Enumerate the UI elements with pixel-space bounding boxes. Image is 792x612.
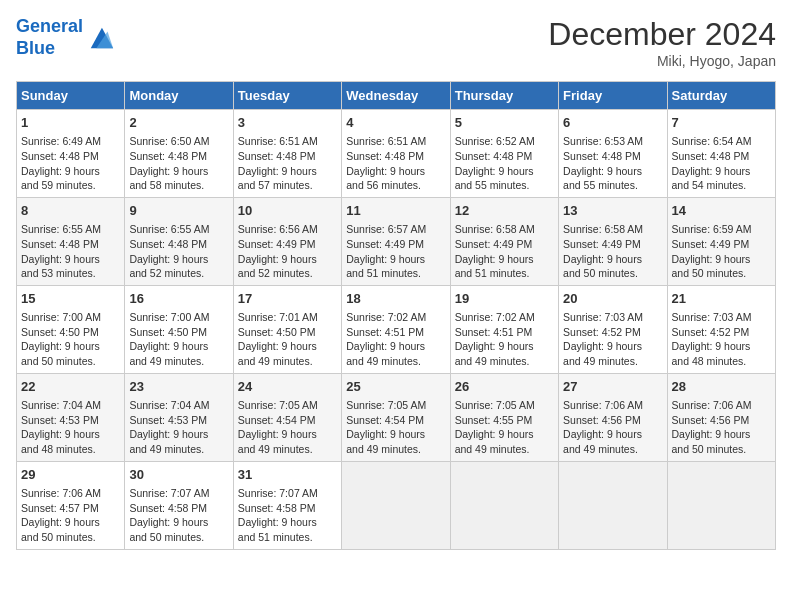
day-number: 29 bbox=[21, 466, 120, 484]
calendar-week-row: 22Sunrise: 7:04 AMSunset: 4:53 PMDayligh… bbox=[17, 373, 776, 461]
day-info-line: and 49 minutes. bbox=[238, 354, 337, 369]
day-info-line: Sunrise: 6:55 AM bbox=[21, 222, 120, 237]
calendar-cell: 7Sunrise: 6:54 AMSunset: 4:48 PMDaylight… bbox=[667, 110, 775, 198]
calendar-cell bbox=[450, 461, 558, 549]
day-info-line: Sunrise: 7:07 AM bbox=[129, 486, 228, 501]
location-subtitle: Miki, Hyogo, Japan bbox=[548, 53, 776, 69]
calendar-cell: 22Sunrise: 7:04 AMSunset: 4:53 PMDayligh… bbox=[17, 373, 125, 461]
calendar-cell: 30Sunrise: 7:07 AMSunset: 4:58 PMDayligh… bbox=[125, 461, 233, 549]
calendar-cell: 1Sunrise: 6:49 AMSunset: 4:48 PMDaylight… bbox=[17, 110, 125, 198]
day-number: 14 bbox=[672, 202, 771, 220]
logo-text: GeneralBlue bbox=[16, 16, 83, 59]
calendar-cell: 18Sunrise: 7:02 AMSunset: 4:51 PMDayligh… bbox=[342, 285, 450, 373]
day-info-line: Sunrise: 6:55 AM bbox=[129, 222, 228, 237]
day-info-line: Sunrise: 7:05 AM bbox=[346, 398, 445, 413]
day-info-line: Daylight: 9 hours bbox=[129, 339, 228, 354]
day-info-line: Sunrise: 7:02 AM bbox=[455, 310, 554, 325]
day-info-line: and 50 minutes. bbox=[672, 266, 771, 281]
day-number: 21 bbox=[672, 290, 771, 308]
day-number: 1 bbox=[21, 114, 120, 132]
day-info-line: Daylight: 9 hours bbox=[672, 164, 771, 179]
calendar-cell: 19Sunrise: 7:02 AMSunset: 4:51 PMDayligh… bbox=[450, 285, 558, 373]
calendar-cell: 20Sunrise: 7:03 AMSunset: 4:52 PMDayligh… bbox=[559, 285, 667, 373]
day-info-line: and 48 minutes. bbox=[672, 354, 771, 369]
day-info-line: Sunset: 4:48 PM bbox=[563, 149, 662, 164]
calendar-cell bbox=[667, 461, 775, 549]
day-number: 4 bbox=[346, 114, 445, 132]
day-info-line: Daylight: 9 hours bbox=[563, 252, 662, 267]
calendar-week-row: 8Sunrise: 6:55 AMSunset: 4:48 PMDaylight… bbox=[17, 197, 776, 285]
day-info-line: Sunrise: 7:01 AM bbox=[238, 310, 337, 325]
month-title: December 2024 bbox=[548, 16, 776, 53]
day-number: 9 bbox=[129, 202, 228, 220]
day-info-line: Sunset: 4:54 PM bbox=[238, 413, 337, 428]
day-info-line: and 53 minutes. bbox=[21, 266, 120, 281]
day-info-line: Daylight: 9 hours bbox=[129, 515, 228, 530]
day-info-line: Sunrise: 7:03 AM bbox=[672, 310, 771, 325]
day-info-line: and 49 minutes. bbox=[129, 354, 228, 369]
day-info-line: Daylight: 9 hours bbox=[21, 515, 120, 530]
day-number: 7 bbox=[672, 114, 771, 132]
day-number: 5 bbox=[455, 114, 554, 132]
day-info-line: Sunset: 4:54 PM bbox=[346, 413, 445, 428]
day-info-line: Sunrise: 7:00 AM bbox=[129, 310, 228, 325]
day-number: 22 bbox=[21, 378, 120, 396]
day-info-line: Sunrise: 7:00 AM bbox=[21, 310, 120, 325]
day-number: 8 bbox=[21, 202, 120, 220]
day-number: 12 bbox=[455, 202, 554, 220]
calendar-cell: 27Sunrise: 7:06 AMSunset: 4:56 PMDayligh… bbox=[559, 373, 667, 461]
day-info-line: Sunrise: 6:51 AM bbox=[238, 134, 337, 149]
day-info-line: and 57 minutes. bbox=[238, 178, 337, 193]
calendar-cell: 12Sunrise: 6:58 AMSunset: 4:49 PMDayligh… bbox=[450, 197, 558, 285]
day-number: 28 bbox=[672, 378, 771, 396]
day-number: 27 bbox=[563, 378, 662, 396]
calendar-cell: 16Sunrise: 7:00 AMSunset: 4:50 PMDayligh… bbox=[125, 285, 233, 373]
day-info-line: Sunrise: 7:05 AM bbox=[455, 398, 554, 413]
day-info-line: Sunset: 4:53 PM bbox=[21, 413, 120, 428]
day-info-line: and 52 minutes. bbox=[238, 266, 337, 281]
day-number: 6 bbox=[563, 114, 662, 132]
col-header-wednesday: Wednesday bbox=[342, 82, 450, 110]
day-info-line: Sunset: 4:48 PM bbox=[129, 149, 228, 164]
calendar-cell: 17Sunrise: 7:01 AMSunset: 4:50 PMDayligh… bbox=[233, 285, 341, 373]
calendar-cell: 28Sunrise: 7:06 AMSunset: 4:56 PMDayligh… bbox=[667, 373, 775, 461]
day-info-line: and 58 minutes. bbox=[129, 178, 228, 193]
day-info-line: Sunset: 4:49 PM bbox=[563, 237, 662, 252]
page-header: GeneralBlue December 2024 Miki, Hyogo, J… bbox=[16, 16, 776, 69]
day-info-line: Sunrise: 6:51 AM bbox=[346, 134, 445, 149]
day-info-line: Daylight: 9 hours bbox=[672, 339, 771, 354]
day-number: 26 bbox=[455, 378, 554, 396]
day-info-line: Sunrise: 7:06 AM bbox=[21, 486, 120, 501]
calendar-week-row: 1Sunrise: 6:49 AMSunset: 4:48 PMDaylight… bbox=[17, 110, 776, 198]
day-number: 13 bbox=[563, 202, 662, 220]
day-info-line: Sunset: 4:48 PM bbox=[238, 149, 337, 164]
day-number: 3 bbox=[238, 114, 337, 132]
calendar-cell: 23Sunrise: 7:04 AMSunset: 4:53 PMDayligh… bbox=[125, 373, 233, 461]
day-info-line: and 55 minutes. bbox=[455, 178, 554, 193]
day-info-line: Daylight: 9 hours bbox=[672, 427, 771, 442]
day-info-line: and 50 minutes. bbox=[129, 530, 228, 545]
day-info-line: Sunset: 4:49 PM bbox=[672, 237, 771, 252]
calendar-cell: 4Sunrise: 6:51 AMSunset: 4:48 PMDaylight… bbox=[342, 110, 450, 198]
day-number: 15 bbox=[21, 290, 120, 308]
day-info-line: Sunrise: 6:58 AM bbox=[563, 222, 662, 237]
col-header-saturday: Saturday bbox=[667, 82, 775, 110]
day-info-line: Daylight: 9 hours bbox=[455, 252, 554, 267]
day-info-line: Daylight: 9 hours bbox=[21, 339, 120, 354]
day-number: 16 bbox=[129, 290, 228, 308]
day-info-line: and 49 minutes. bbox=[455, 442, 554, 457]
day-number: 19 bbox=[455, 290, 554, 308]
day-info-line: Daylight: 9 hours bbox=[238, 427, 337, 442]
day-info-line: Sunset: 4:48 PM bbox=[129, 237, 228, 252]
day-info-line: Daylight: 9 hours bbox=[455, 339, 554, 354]
day-info-line: and 51 minutes. bbox=[238, 530, 337, 545]
col-header-sunday: Sunday bbox=[17, 82, 125, 110]
day-info-line: and 49 minutes. bbox=[563, 354, 662, 369]
day-info-line: and 56 minutes. bbox=[346, 178, 445, 193]
day-number: 11 bbox=[346, 202, 445, 220]
day-info-line: Daylight: 9 hours bbox=[238, 164, 337, 179]
day-info-line: Daylight: 9 hours bbox=[129, 164, 228, 179]
calendar-cell: 15Sunrise: 7:00 AMSunset: 4:50 PMDayligh… bbox=[17, 285, 125, 373]
day-info-line: and 52 minutes. bbox=[129, 266, 228, 281]
day-info-line: Sunset: 4:56 PM bbox=[672, 413, 771, 428]
